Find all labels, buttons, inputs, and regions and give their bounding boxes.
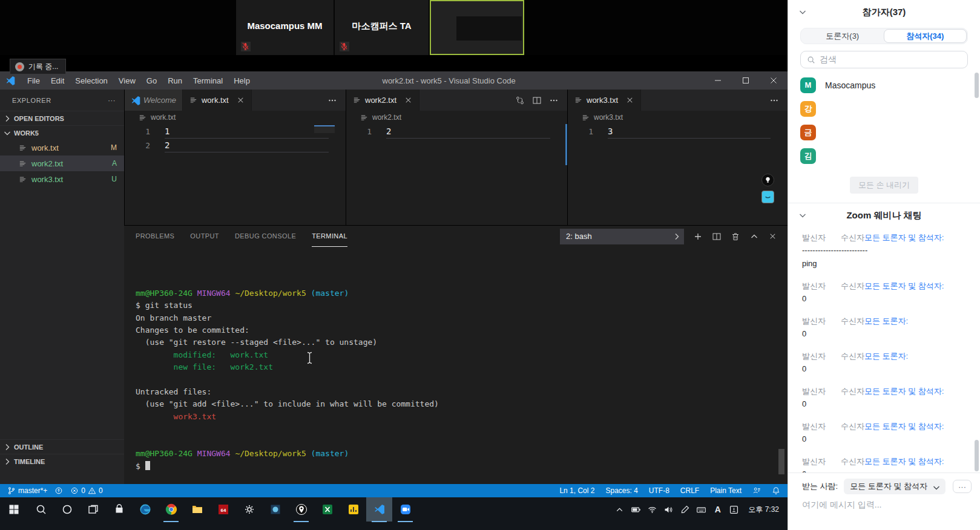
open-changes-icon[interactable] <box>515 96 525 105</box>
taskbar-chrome-icon[interactable] <box>158 497 184 522</box>
taskbar-clock[interactable]: 오후 7:32 <box>742 505 785 515</box>
tray-battery-icon[interactable] <box>628 497 644 522</box>
menu-view[interactable]: View <box>113 71 141 90</box>
code-editor[interactable]: 13 <box>568 124 788 225</box>
terminal-shell-select[interactable]: 2: bash <box>560 229 684 244</box>
breadcrumb[interactable]: work.txt <box>125 111 346 124</box>
tray-ime-mode-icon[interactable] <box>726 497 742 522</box>
file-row-work3.txt[interactable]: work3.txtU <box>0 171 124 187</box>
chat-more-button[interactable]: ··· <box>953 480 972 493</box>
lower-all-hands-button[interactable]: 모든 손 내리기 <box>850 177 918 194</box>
split-editor-icon[interactable] <box>532 96 542 105</box>
tab-work3-txt[interactable]: work3.txt <box>568 90 641 111</box>
indentation[interactable]: Spaces: 4 <box>605 486 637 495</box>
tray-wifi-icon[interactable] <box>644 497 660 522</box>
video-tile[interactable]: Masocampus MM <box>236 0 335 55</box>
menu-terminal[interactable]: Terminal <box>188 71 228 90</box>
file-row-work.txt[interactable]: work.txtM <box>0 140 124 155</box>
close-panel-icon[interactable] <box>768 232 778 241</box>
tray-pen-icon[interactable] <box>677 497 693 522</box>
participant-row[interactable]: 금 <box>788 120 980 144</box>
feedback-smiley-widget-icon[interactable] <box>761 191 774 203</box>
taskbar-photos-icon[interactable] <box>262 497 288 522</box>
taskbar-settings-icon[interactable] <box>236 497 262 522</box>
taskbar-taskbar-search-icon[interactable] <box>28 497 54 522</box>
file-row-work2.txt[interactable]: work2.txtA <box>0 155 124 171</box>
taskbar-cortana-icon[interactable] <box>54 497 80 522</box>
taskbar-map-pin-icon[interactable] <box>288 497 314 522</box>
chat-recipient[interactable]: 모든 토론자 및 참석자: <box>864 385 944 398</box>
git-branch-status[interactable]: master*+ <box>7 486 47 495</box>
video-tile[interactable]: 마소캠퍼스 TA <box>335 0 430 55</box>
close-tab-icon[interactable] <box>236 96 245 105</box>
taskbar-chart-app-icon[interactable] <box>340 497 366 522</box>
kill-terminal-icon[interactable] <box>731 232 740 241</box>
more-actions-icon[interactable] <box>549 96 559 105</box>
outline-section[interactable]: OUTLINE <box>0 439 124 454</box>
code-editor[interactable]: 12 <box>346 124 567 225</box>
sync-status[interactable] <box>54 486 63 495</box>
terminal-scrollbar[interactable] <box>778 449 784 474</box>
chat-recipient[interactable]: 모든 토론자 및 참석자: <box>864 231 944 244</box>
encoding[interactable]: UTF-8 <box>649 486 669 495</box>
split-terminal-icon[interactable] <box>712 232 722 241</box>
explorer-more-actions-icon[interactable]: ··· <box>108 97 116 104</box>
breadcrumb[interactable]: work3.txt <box>568 111 788 124</box>
tray-keyboard-icon[interactable] <box>693 497 709 522</box>
terminal[interactable]: mm@HP360-24G MINGW64 ~/Desktop/work5 (ma… <box>124 247 788 484</box>
participant-row[interactable]: 강 <box>788 97 980 120</box>
eol-sequence[interactable]: CRLF <box>680 486 699 495</box>
taskbar-task-view-icon[interactable] <box>80 497 106 522</box>
participant-row[interactable]: MMasocampus <box>788 73 980 97</box>
taskbar-vscode-icon[interactable] <box>366 497 392 522</box>
participants-scrollbar[interactable] <box>975 73 979 98</box>
tray-chevron-up-icon[interactable] <box>611 497 628 522</box>
tab-welcome[interactable]: Welcome <box>125 90 183 111</box>
maximize-panel-icon[interactable] <box>749 232 759 241</box>
panel-tab-problems[interactable]: PROBLEMS <box>136 226 174 247</box>
chat-recipient[interactable]: 모든 토론자 및 참석자: <box>864 455 944 468</box>
chat-recipient[interactable]: 모든 토론자: <box>864 350 908 362</box>
tab-work-txt[interactable]: work.txt <box>183 90 252 111</box>
tab-work2-txt[interactable]: work2.txt <box>346 90 419 111</box>
new-terminal-icon[interactable] <box>693 232 703 241</box>
close-tab-icon[interactable] <box>404 96 413 105</box>
cursor-position[interactable]: Ln 1, Col 2 <box>559 486 594 495</box>
recipient-select[interactable]: 모든 토론자 및 참석자 <box>844 479 945 494</box>
panel-tab-debug-console[interactable]: DEBUG CONSOLE <box>235 226 296 247</box>
minimize-button[interactable] <box>704 71 732 90</box>
lightbulb-widget-icon[interactable] <box>761 174 774 186</box>
chat-scrollbar[interactable] <box>975 440 979 471</box>
chat-recipient[interactable]: 모든 토론자 및 참석자: <box>864 280 944 292</box>
taskbar-excel-icon[interactable] <box>314 497 340 522</box>
participant-row[interactable]: 김 <box>788 144 980 168</box>
start-button[interactable] <box>0 497 28 522</box>
more-actions-icon[interactable] <box>327 96 337 105</box>
tray-volume-icon[interactable] <box>660 497 677 522</box>
taskbar-file-explorer-icon[interactable] <box>184 497 210 522</box>
menu-run[interactable]: Run <box>162 71 188 90</box>
notifications-bell-icon[interactable] <box>772 486 780 495</box>
menu-go[interactable]: Go <box>141 71 162 90</box>
participants-search-input[interactable]: 검색 <box>800 51 968 68</box>
feedback-icon[interactable] <box>752 486 761 495</box>
taskbar-edge-icon[interactable] <box>132 497 158 522</box>
taskbar-app-64-icon[interactable]: 64 <box>210 497 236 522</box>
folder-section-work5[interactable]: WORK5 <box>0 125 124 140</box>
menu-selection[interactable]: Selection <box>70 71 113 90</box>
tray-ime-a-icon[interactable]: A <box>709 497 726 522</box>
chat-recipient[interactable]: 모든 토론자 및 참석자: <box>864 420 944 433</box>
tab-panelists[interactable]: 토론자(3) <box>801 29 884 43</box>
close-tab-icon[interactable] <box>625 96 634 105</box>
tab-attendees[interactable]: 참석자(34) <box>884 29 967 43</box>
menu-help[interactable]: Help <box>228 71 255 90</box>
open-editors-section[interactable]: OPEN EDITORS <box>0 111 124 125</box>
problems-status[interactable]: 0 0 <box>70 486 102 495</box>
breadcrumb[interactable]: work2.txt <box>346 111 567 124</box>
taskbar-store-icon[interactable] <box>106 497 132 522</box>
timeline-section[interactable]: TIMELINE <box>0 454 124 468</box>
panel-tab-output[interactable]: OUTPUT <box>190 226 219 247</box>
video-tile[interactable] <box>430 0 524 55</box>
panel-tab-terminal[interactable]: TERMINAL <box>312 226 347 247</box>
taskbar-zoom-app-icon[interactable] <box>392 497 418 522</box>
